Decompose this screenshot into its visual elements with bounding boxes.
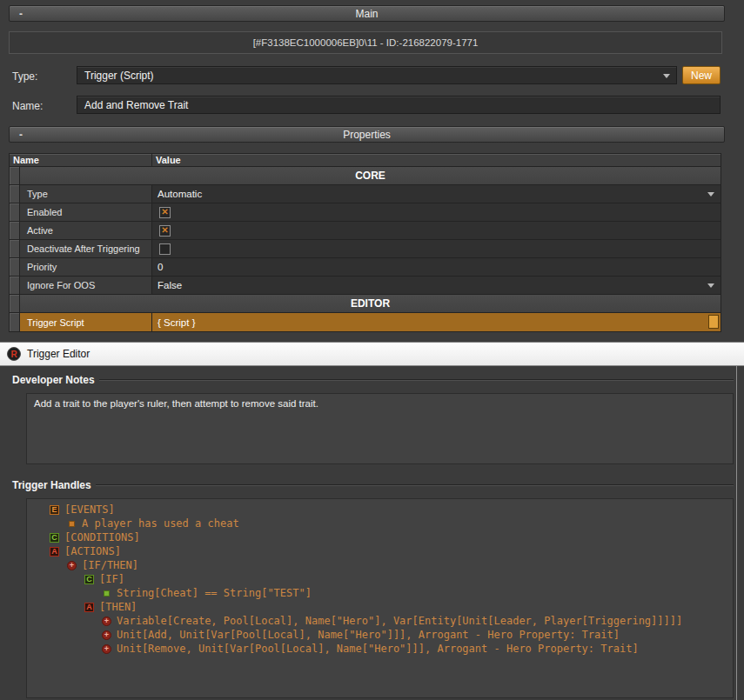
property-name: Trigger Script (20, 313, 152, 331)
row-gutter (10, 203, 20, 221)
tree-row-action-unit-add[interactable]: + Unit[Add, Unit[Var[Pool[Local], Name["… (27, 628, 733, 642)
property-row-deactivate-after-triggering: Deactivate After Triggering (10, 240, 721, 258)
tree-row-label: [EVENTS] (64, 503, 115, 516)
property-row-enabled: Enabled ✕ (10, 203, 721, 222)
deactivate-checkbox[interactable] (159, 243, 171, 255)
condition-badge-icon: C (84, 575, 94, 584)
name-label: Name: (12, 100, 43, 112)
type-dropdown-value: Trigger (Script) (84, 70, 154, 82)
row-gutter (10, 222, 20, 239)
deactivate-value-cell (152, 240, 721, 257)
developer-notes-text: Add a trait to the player's ruler, then … (34, 398, 318, 409)
entity-id-box: [#F3138EC1000006EB]0\11 - ID:-216822079-… (9, 31, 722, 54)
main-panel-title: Main (355, 8, 378, 20)
developer-notes-label: Developer Notes (12, 374, 95, 386)
open-script-editor-button[interactable] (708, 315, 719, 329)
active-value-cell: ✕ (152, 222, 721, 239)
priority-value-field[interactable]: 0 (152, 258, 721, 276)
trigger-script-value-cell[interactable]: { Script } (152, 313, 721, 331)
tree-row-if-then[interactable]: + [IF/THEN] (27, 558, 733, 572)
checkbox-check-icon: ✕ (161, 226, 168, 235)
action-badge-icon: A (50, 547, 59, 557)
chevron-down-icon (707, 192, 714, 197)
tree-row-label: Variable[Create, Pool[Local], Name["Hero… (117, 615, 682, 627)
properties-table: Name Value CORE Type Automatic Enabled ✕ (9, 153, 721, 332)
app-logo-icon: R (7, 347, 21, 361)
plus-action-icon: + (102, 617, 111, 626)
tree-row-event-item[interactable]: A player has used a cheat (27, 517, 733, 530)
section-label-core: CORE (20, 167, 721, 184)
property-row-type: Type Automatic (10, 185, 721, 203)
property-row-trigger-script[interactable]: Trigger Script { Script } (10, 313, 721, 331)
window-edge (736, 366, 737, 700)
event-badge-icon: E (50, 505, 59, 515)
enabled-checkbox[interactable]: ✕ (159, 207, 171, 218)
properties-panel-header[interactable]: - Properties (9, 126, 725, 143)
trigger-handles-group: Trigger Handles (12, 479, 734, 491)
trigger-handles-tree[interactable]: E [EVENTS] A player has used a cheat C [… (26, 498, 734, 698)
enabled-value-cell: ✕ (152, 203, 721, 221)
active-checkbox[interactable]: ✕ (159, 225, 171, 237)
group-divider-line (99, 379, 734, 381)
section-row-editor: EDITOR (10, 295, 721, 313)
ignore-oos-dropdown[interactable]: False (152, 277, 721, 294)
section-label-editor: EDITOR (20, 295, 721, 312)
type-dropdown[interactable]: Trigger (Script) (77, 66, 677, 84)
row-gutter (10, 295, 20, 312)
row-gutter (10, 167, 20, 184)
plus-action-icon: + (102, 644, 111, 654)
tree-row-if[interactable]: C [IF] (27, 572, 733, 586)
checkbox-check-icon: ✕ (161, 208, 168, 217)
tree-row-label: String[Cheat] == String["TEST"] (117, 587, 312, 599)
tree-row-label: [THEN] (99, 601, 137, 613)
name-input[interactable]: Add and Remove Trait (77, 96, 721, 114)
property-name: Deactivate After Triggering (20, 240, 152, 257)
new-button[interactable]: New (682, 66, 721, 84)
tree-row-action-unit-remove[interactable]: + Unit[Remove, Unit[Var[Pool[Local], Nam… (27, 642, 733, 656)
row-gutter (10, 313, 20, 331)
property-name: Active (20, 222, 152, 239)
row-gutter (10, 240, 20, 257)
collapse-icon[interactable]: - (16, 128, 26, 141)
new-button-label: New (691, 70, 712, 82)
tree-row-label: Unit[Remove, Unit[Var[Pool[Local], Name[… (117, 643, 639, 655)
condition-badge-icon: C (50, 533, 59, 543)
tree-row-then[interactable]: A [THEN] (27, 600, 733, 614)
tree-row-label: [IF/THEN] (82, 559, 138, 571)
property-name: Priority (20, 258, 152, 276)
tree-row-events[interactable]: E [EVENTS] (27, 503, 733, 517)
chevron-down-icon (663, 74, 670, 78)
trigger-editor-window: R Trigger Editor Developer Notes Add a t… (0, 342, 744, 700)
tree-row-condition-item[interactable]: String[Cheat] == String["TEST"] (27, 586, 733, 600)
name-input-value: Add and Remove Trait (84, 99, 188, 111)
properties-panel-title: Properties (343, 129, 391, 141)
property-row-active: Active ✕ (10, 222, 721, 240)
tree-row-action-variable-create[interactable]: + Variable[Create, Pool[Local], Name["He… (27, 614, 733, 628)
column-header-name: Name (10, 154, 152, 166)
property-name: Enabled (20, 203, 152, 221)
trigger-editor-titlebar[interactable]: R Trigger Editor (0, 343, 744, 366)
tree-row-label: [ACTIONS] (64, 545, 121, 557)
tree-row-actions[interactable]: A [ACTIONS] (27, 544, 733, 558)
type-value-dropdown[interactable]: Automatic (152, 185, 721, 203)
tree-row-label: [CONDITIONS] (64, 531, 140, 543)
tree-row-label: [IF] (99, 573, 124, 585)
tree-row-label: A player has used a cheat (82, 517, 239, 530)
bullet-icon (104, 590, 110, 597)
group-divider-line (96, 484, 734, 486)
main-panel-header[interactable]: - Main (9, 5, 725, 22)
collapse-icon[interactable]: - (16, 7, 26, 20)
type-label: Type: (12, 70, 37, 83)
plus-action-icon: + (102, 630, 111, 640)
row-gutter (10, 185, 20, 203)
developer-notes-textarea[interactable]: Add a trait to the player's ruler, then … (26, 393, 734, 464)
property-name: Type (20, 185, 152, 203)
property-value: Automatic (158, 189, 202, 199)
tree-row-conditions[interactable]: C [CONDITIONS] (27, 530, 733, 544)
tree-row-label: Unit[Add, Unit[Var[Pool[Local], Name["He… (117, 629, 620, 641)
entity-id-text: [#F3138EC1000006EB]0\11 - ID:-216822079-… (253, 37, 479, 48)
bullet-icon (69, 521, 75, 527)
property-value: False (158, 280, 182, 290)
section-row-core: CORE (10, 167, 721, 185)
trigger-editor-title: Trigger Editor (27, 348, 90, 360)
